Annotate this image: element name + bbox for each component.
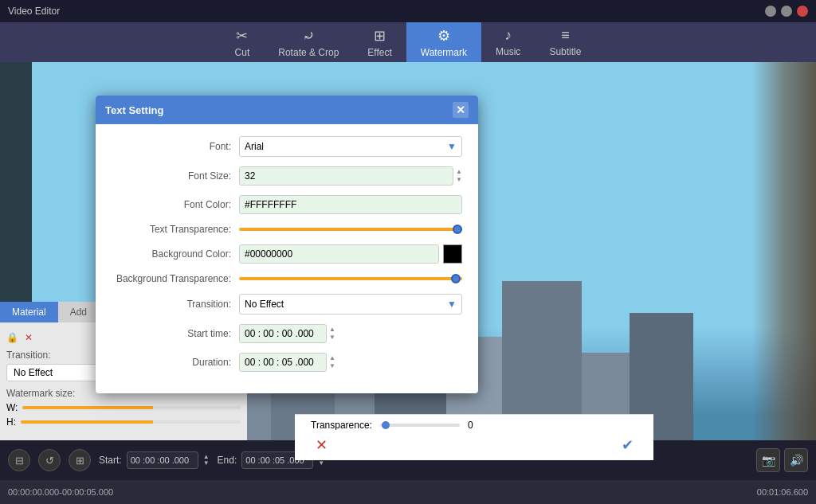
bg-transparence-row: Background Transparence:	[112, 273, 462, 284]
transition-row: Transition: No Effect ▼	[112, 294, 462, 315]
text-transparence-row: Text Transparence:	[112, 224, 462, 235]
duration-row: Duration: 00 : 00 : 05 .000 ▲ ▼	[112, 353, 462, 372]
dialog-overlay: Text Setting ✕ Font: Arial ▼ Font Size: …	[0, 0, 816, 504]
text-transparence-label: Text Transparence:	[112, 224, 239, 235]
text-transparence-thumb[interactable]	[453, 225, 462, 234]
start-time-up[interactable]: ▲	[329, 326, 335, 334]
font-size-spinner[interactable]: ▲ ▼	[456, 168, 462, 185]
duration-field[interactable]: 00 : 00 : 05 .000	[239, 353, 327, 372]
bg-color-label: Background Color:	[112, 248, 239, 260]
font-size-label: Font Size:	[112, 170, 239, 182]
start-time-spinner-dialog[interactable]: ▲ ▼	[329, 326, 335, 342]
font-row: Font: Arial ▼	[112, 136, 462, 157]
transition-select-arrow-icon: ▼	[447, 299, 457, 310]
start-time-down[interactable]: ▼	[329, 334, 335, 342]
text-setting-dialog: Text Setting ✕ Font: Arial ▼ Font Size: …	[96, 96, 478, 393]
start-time-row: Start time: 00 : 00 : 00 .000 ▲ ▼	[112, 324, 462, 343]
bg-color-input[interactable]	[239, 244, 439, 264]
font-color-row: Font Color:	[112, 195, 462, 214]
duration-value: 00 : 00 : 05 .000	[245, 357, 314, 368]
start-time-field[interactable]: 00 : 00 : 00 .000	[239, 324, 327, 343]
start-time-value: 00 : 00 : 00 .000	[245, 328, 314, 339]
bg-color-row: Background Color:	[112, 244, 462, 264]
transition-dialog-value: No Effect	[245, 299, 284, 310]
bg-color-preview[interactable]	[443, 244, 462, 264]
font-size-row: Font Size: ▲ ▼	[112, 166, 462, 186]
duration-spinner[interactable]: ▲ ▼	[329, 354, 335, 371]
dialog-title-text: Text Setting	[105, 104, 163, 116]
font-size-down[interactable]: ▼	[456, 176, 462, 184]
bg-transparence-label: Background Transparence:	[112, 273, 239, 284]
font-select-arrow-icon: ▼	[447, 141, 457, 152]
font-label: Font:	[112, 141, 239, 152]
start-time-label: Start time:	[112, 328, 239, 339]
text-transparence-track[interactable]	[239, 228, 462, 231]
dialog-close-button[interactable]: ✕	[453, 102, 469, 118]
bg-transparence-track[interactable]	[239, 277, 462, 280]
font-color-input[interactable]	[239, 195, 462, 214]
bg-transparence-thumb[interactable]	[451, 274, 461, 283]
duration-up[interactable]: ▲	[329, 354, 335, 362]
duration-label: Duration:	[112, 357, 239, 368]
duration-down[interactable]: ▼	[329, 362, 335, 370]
font-color-label: Font Color:	[112, 199, 239, 210]
transition-dialog-label: Transition:	[112, 299, 239, 310]
transition-dialog-select[interactable]: No Effect ▼	[239, 294, 462, 315]
font-size-up[interactable]: ▲	[456, 168, 462, 176]
text-transparence-slider-container	[239, 228, 462, 231]
bg-transparence-slider-container	[239, 277, 462, 280]
font-size-input[interactable]	[239, 166, 453, 186]
font-value: Arial	[245, 141, 264, 152]
font-select[interactable]: Arial ▼	[239, 136, 462, 157]
dialog-title-bar: Text Setting ✕	[96, 96, 478, 124]
dialog-body: Font: Arial ▼ Font Size: ▲ ▼ Font Color:	[96, 124, 478, 393]
